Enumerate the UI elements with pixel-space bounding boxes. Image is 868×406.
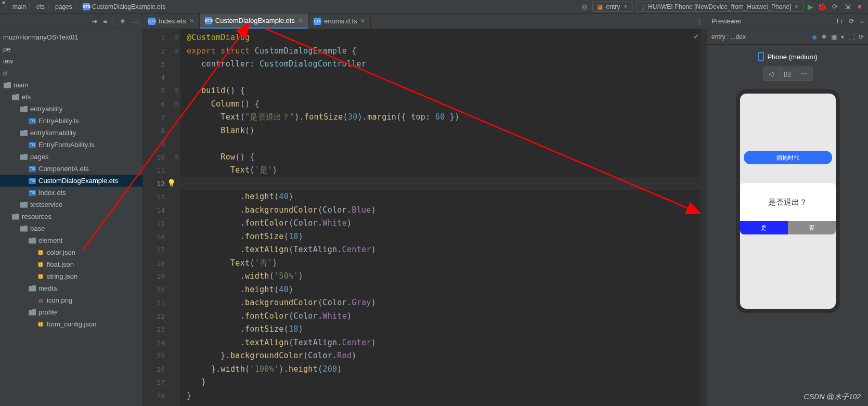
tree-file[interactable]: d [0, 67, 142, 79]
code-editor[interactable]: 1234567891011121314151617181920212223242… [143, 29, 707, 406]
tree-folder[interactable]: ▾pages [0, 151, 142, 163]
tree-folder[interactable]: ▾base [0, 222, 142, 234]
editor-tab[interactable]: ETSIndex.ets✕ [143, 14, 200, 29]
eye-icon[interactable]: ◉ [812, 33, 817, 41]
code-line[interactable]: .backgroundColor(Color.Blue) [187, 204, 707, 217]
code-line[interactable]: export struct CustomDialogExample { [187, 45, 707, 58]
code-line[interactable]: Text('是') [187, 164, 707, 177]
tree-folder[interactable]: ▾entryability [0, 103, 142, 115]
fold-toggle-icon[interactable]: ⊟ [174, 154, 178, 160]
code-line[interactable]: Blank() [187, 124, 707, 138]
tree-file[interactable]: ▨icon.png [0, 294, 142, 306]
code-line[interactable]: .width('50%') [187, 270, 707, 283]
code-line[interactable]: .fontSize(18) [187, 230, 707, 244]
chev-icon[interactable]: ▾ [841, 33, 844, 41]
code-line[interactable] [187, 71, 707, 85]
editor-map[interactable] [701, 29, 707, 406]
tree-file[interactable]: TSIndex.ets [0, 187, 142, 199]
dialog-no-button[interactable]: 否 [788, 221, 836, 234]
debug-icon[interactable]: 🐞 [818, 3, 826, 11]
rotate-icon[interactable]: ⟳ [859, 33, 864, 41]
intention-bulb-icon[interactable]: 💡 [167, 179, 176, 187]
more-button[interactable]: ⋯ [796, 67, 813, 81]
tree-file[interactable]: {}string.json [0, 270, 142, 282]
editor-tab[interactable]: ETSCustomDialogExample.ets✕ [200, 14, 308, 29]
breadcrumb-segment[interactable]: pages [55, 3, 72, 10]
fs-icon[interactable]: ⛶ [848, 33, 854, 41]
code-line[interactable] [187, 137, 707, 151]
expand-icon[interactable]: ≡ [103, 17, 107, 25]
code-line[interactable]: Text('否') [187, 257, 707, 270]
refresh-icon[interactable]: ⟳ [849, 17, 854, 25]
close-icon[interactable]: ✕ [298, 17, 303, 24]
fold-toggle-icon[interactable]: ⊟ [174, 101, 178, 107]
breadcrumb-segment[interactable]: ets [36, 3, 45, 10]
tree-folder[interactable]: ▾entryformability [0, 127, 142, 139]
tree-file[interactable]: iew [0, 55, 142, 67]
run-config-dropdown[interactable]: ▦ entry ▼ [592, 2, 632, 12]
code-line[interactable]: .fontSize(18) [187, 323, 707, 336]
code-line[interactable]: Row() { [187, 151, 707, 164]
run-icon[interactable]: ▶ [808, 3, 813, 11]
device-dropdown[interactable]: ▯ HUAWEI Phone [NewDevice_from_Huawei_Ph… [637, 2, 804, 12]
target-icon[interactable]: ◎ [580, 3, 588, 11]
fold-toggle-icon[interactable]: ⊟ [174, 87, 178, 93]
code-line[interactable]: .backgroundColor(Color.Gray) [187, 296, 707, 310]
code-line[interactable]: .fontColor(Color.White) [187, 310, 707, 323]
tree-file[interactable]: TSEntryFormAbility.ts [0, 139, 142, 151]
code-line[interactable]: .height(40) [187, 283, 707, 297]
tree-file[interactable]: {}form_config.json [0, 318, 142, 330]
code-line[interactable]: controller: CustomDialogController [187, 58, 707, 71]
entry-label[interactable]: entry : ...dex [711, 33, 746, 41]
settings-icon[interactable]: ≡ [860, 17, 864, 25]
code-line[interactable]: Column() { [187, 98, 707, 111]
tree-file[interactable]: {}color.json [0, 246, 142, 258]
dialog-yes-button[interactable]: 是 [740, 221, 788, 234]
fold-toggle-icon[interactable]: ⊟ [174, 48, 178, 54]
fold-column[interactable]: ⊟⊟⊟⊟⊟ [173, 29, 180, 406]
code-line[interactable]: .height(40) [187, 190, 707, 204]
code-line[interactable]: } [187, 389, 707, 403]
text-size-icon[interactable]: Tᴛ [835, 17, 844, 25]
tree-file[interactable]: {}float.json [0, 258, 142, 270]
breadcrumb[interactable]: 〉 main 〉 ets 〉 pages 〉 ETS CustomDialogE… [4, 2, 165, 11]
tree-folder[interactable]: ▾element [0, 234, 142, 246]
tree-file[interactable]: muzi\HormanyOS\Text01 [0, 31, 142, 43]
tree-folder[interactable]: ▸testservice [0, 199, 142, 211]
split-button[interactable]: ▯▯ [780, 67, 796, 81]
grid-icon[interactable]: ▦ [831, 33, 837, 41]
tree-file[interactable]: TSEntryAbility.ts [0, 115, 142, 127]
tree-folder[interactable]: main [0, 79, 142, 91]
code-line[interactable]: .textAlign(TextAlign.Center) [187, 243, 707, 257]
code-line[interactable]: .textAlign(TextAlign.Center) [187, 336, 707, 350]
profiler-icon[interactable]: ⟳ [831, 3, 839, 11]
code-content[interactable]: @CustomDialogexport struct CustomDialogE… [180, 29, 707, 406]
tree-file[interactable]: pe [0, 43, 142, 55]
preview-pill-button[interactable]: 拥抱时代 [744, 151, 832, 164]
code-line[interactable]: Text("是否退出？").fontSize(30).margin({ top:… [187, 111, 707, 124]
attach-icon[interactable]: ⇲ [843, 3, 851, 11]
tab-overflow[interactable]: ⋮ [692, 14, 707, 29]
tree-folder[interactable]: ets [0, 91, 142, 103]
tree-folder[interactable]: ▾profile [0, 306, 142, 318]
tree-folder[interactable]: ▾media [0, 282, 142, 294]
code-line[interactable]: .fontColor(Color.White) [187, 217, 707, 230]
tree-file[interactable]: TSCustomDialogExample.ets [0, 175, 142, 187]
code-line[interactable]: }.width('100%').height(200) [187, 363, 707, 376]
fold-toggle-icon[interactable]: ⊟ [174, 34, 178, 40]
tree-folder[interactable]: resources [0, 211, 142, 222]
editor-tab[interactable]: ETSenums.d.ts✕ [308, 14, 371, 29]
breadcrumb-segment[interactable]: main [12, 3, 26, 10]
code-line[interactable]: build() { [187, 84, 707, 98]
tree-file[interactable]: TSComponentA.ets [0, 163, 142, 175]
code-line[interactable]: @CustomDialog [187, 31, 707, 45]
breadcrumb-segment[interactable]: CustomDialogExample.ets [92, 3, 165, 10]
code-line[interactable]: }.backgroundColor(Color.Red) [187, 349, 707, 363]
project-tree[interactable]: muzi\HormanyOS\Text01peiewdmainets▾entry… [0, 29, 142, 406]
code-line[interactable]: } [187, 376, 707, 389]
close-icon[interactable]: ✕ [360, 18, 365, 24]
back-button[interactable]: ◁ [763, 67, 780, 81]
close-icon[interactable]: ✕ [189, 18, 194, 24]
collapse-icon[interactable]: ⇥ [92, 17, 98, 25]
settings-icon[interactable]: ✶ [120, 17, 126, 25]
